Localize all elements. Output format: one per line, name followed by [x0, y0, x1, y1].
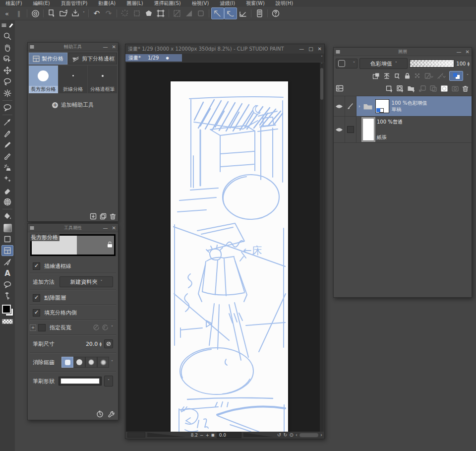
clip-studio-logo-icon[interactable] — [29, 8, 41, 19]
menu-animation[interactable]: 動畫(A) — [93, 0, 121, 7]
object-tool-icon[interactable] — [1, 54, 13, 64]
menu-file[interactable]: 檔案(F) — [0, 0, 28, 7]
save-icon[interactable] — [69, 8, 81, 19]
layer-thumbnail[interactable] — [375, 99, 389, 113]
new-folder-icon[interactable] — [407, 85, 416, 92]
balloon-tool-icon[interactable] — [1, 279, 13, 290]
stream-line-tool-icon[interactable] — [1, 257, 13, 267]
scroll-up-icon[interactable]: ˄ — [321, 63, 323, 67]
delete-subtool-icon[interactable] — [110, 213, 116, 220]
layer-name[interactable]: 紙張 — [377, 134, 403, 140]
crop-canvas-icon[interactable] — [155, 8, 167, 19]
canvas-viewport[interactable]: ←床 — [126, 63, 324, 432]
menu-edit[interactable]: 編輯(E) — [28, 0, 56, 7]
pen-tool-icon[interactable] — [1, 128, 13, 139]
text-tool-icon[interactable]: A — [1, 268, 13, 279]
panel-close-icon[interactable]: ✕ — [466, 49, 470, 55]
blend-mode-dropdown[interactable]: 色彩增值 ˅ — [359, 58, 408, 69]
layer-color-button[interactable] — [449, 71, 463, 81]
antialias-strong-button[interactable] — [97, 357, 109, 368]
chevron-down-icon[interactable]: ˅ — [467, 74, 469, 78]
opacity-value[interactable]: 100 — [456, 61, 466, 66]
tab-list-chevron-icon[interactable]: ˅ — [321, 56, 323, 60]
antialias-none-button[interactable] — [61, 357, 73, 368]
fit-screen-icon[interactable]: ■ — [211, 433, 215, 437]
menu-filter[interactable]: 濾鏡(I) — [214, 0, 240, 7]
checkbox-raster-layer[interactable] — [33, 294, 40, 302]
layer-name[interactable]: 草稿 — [392, 106, 427, 113]
panel-minimize-icon[interactable]: — — [103, 225, 108, 231]
canvas-page[interactable]: ←床 — [171, 81, 288, 432]
scroll-right-icon[interactable]: › — [320, 432, 322, 438]
merge-down-icon[interactable] — [429, 85, 437, 92]
paper-thumbnail[interactable] — [362, 118, 374, 141]
save-dropdown-icon[interactable]: ˅ — [81, 8, 86, 19]
add-subtool-button[interactable]: + 追加輔助工具 — [28, 101, 118, 109]
subtool-polyline-frame[interactable]: 折線分格 — [59, 65, 88, 93]
undo-icon[interactable]: ↶ — [91, 8, 103, 19]
auto-select-tool-icon[interactable] — [1, 88, 13, 99]
reference-layer-icon[interactable] — [383, 72, 390, 79]
menu-page-manage[interactable]: 頁面管理(P) — [56, 0, 93, 7]
antialias-medium-button[interactable] — [85, 357, 97, 368]
menu-window[interactable]: 視窗(W) — [240, 0, 270, 7]
transfer-down-icon[interactable] — [418, 85, 426, 92]
window-close-icon[interactable]: ✕ — [318, 46, 322, 52]
brush-tool-icon[interactable] — [1, 151, 13, 162]
checkbox-fill-inside[interactable] — [33, 309, 40, 317]
delete-layer-icon[interactable] — [462, 85, 469, 92]
import-subtool-icon[interactable] — [90, 213, 97, 220]
panel-close-icon[interactable]: ✕ — [112, 225, 116, 231]
visibility-eye-icon[interactable] — [334, 96, 345, 116]
move-layer-tool-icon[interactable] — [1, 65, 13, 76]
pencil-tool-icon[interactable] — [1, 139, 13, 150]
scroll-left-icon[interactable]: ‹ — [296, 432, 298, 438]
ruler-icon[interactable] — [437, 72, 446, 79]
add-method-dropdown[interactable]: 新建資料夾 ˅ — [60, 276, 113, 287]
opacity-slider[interactable] — [410, 60, 454, 67]
selection-convert-icon[interactable] — [183, 8, 195, 19]
zoom-tool-icon[interactable] — [1, 31, 13, 42]
transparent-color-swatch[interactable] — [2, 319, 13, 324]
balloon-select-tool-icon[interactable] — [1, 102, 13, 113]
checkbox-size-spec[interactable] — [38, 324, 46, 331]
new-canvas-icon[interactable] — [46, 8, 58, 19]
create-mask-icon[interactable] — [440, 85, 448, 92]
brush-size-value[interactable]: 20.0 — [86, 341, 98, 347]
visibility-eye-icon[interactable] — [334, 117, 345, 142]
rotate-right-icon[interactable]: ↻ — [283, 432, 287, 438]
subtool-rectangle-frame[interactable]: 長方形分格 — [29, 65, 58, 93]
checkbox-draw-border[interactable] — [33, 262, 40, 270]
lasso-select-tool-icon[interactable] — [1, 76, 13, 87]
eyedropper-tool-icon[interactable] — [1, 117, 13, 128]
horizontal-scrollbar-thumb[interactable] — [299, 433, 318, 437]
operation-tool-icon[interactable] — [1, 291, 13, 302]
panel-menu-icon[interactable] — [336, 50, 340, 54]
reset-defaults-icon[interactable] — [96, 410, 104, 418]
tab-make-frame[interactable]: 製作分格 — [29, 53, 67, 64]
duplicate-subtool-icon[interactable] — [100, 213, 107, 220]
clipping-mask-icon[interactable] — [372, 72, 380, 79]
menu-layer[interactable]: 圖層(L) — [121, 0, 148, 7]
layer-filter-dropdown[interactable]: ˅ — [336, 59, 357, 68]
figure-tool-icon[interactable] — [1, 234, 13, 245]
frame-border-tool-icon[interactable] — [1, 245, 13, 256]
scrollbar-thumb[interactable] — [320, 68, 323, 100]
rotation-slider[interactable] — [243, 433, 273, 437]
wrench-icon[interactable] — [108, 410, 115, 418]
open-file-icon[interactable] — [58, 8, 69, 19]
collapse-icon[interactable]: « — [1, 8, 13, 19]
lock-layer-icon[interactable] — [404, 72, 411, 79]
fill-polygon-icon[interactable] — [143, 8, 155, 19]
window-maximize-icon[interactable]: □ — [308, 46, 313, 52]
lock-transparent-icon[interactable] — [414, 72, 421, 79]
liquify-tool-icon[interactable] — [1, 196, 13, 207]
new-raster-layer-icon[interactable] — [385, 85, 393, 92]
layer-mask-icon[interactable] — [424, 72, 433, 79]
panel-menu-icon[interactable] — [30, 226, 34, 230]
chevron-down-icon[interactable]: ˅ — [111, 325, 113, 330]
panel-minimize-icon[interactable]: — — [103, 44, 108, 50]
drag-handle-icon[interactable]: ‖ — [13, 8, 25, 19]
decoration-tool-icon[interactable] — [1, 174, 13, 185]
tab-cut-frame-border[interactable]: 剪下分格邊框 — [68, 53, 117, 64]
